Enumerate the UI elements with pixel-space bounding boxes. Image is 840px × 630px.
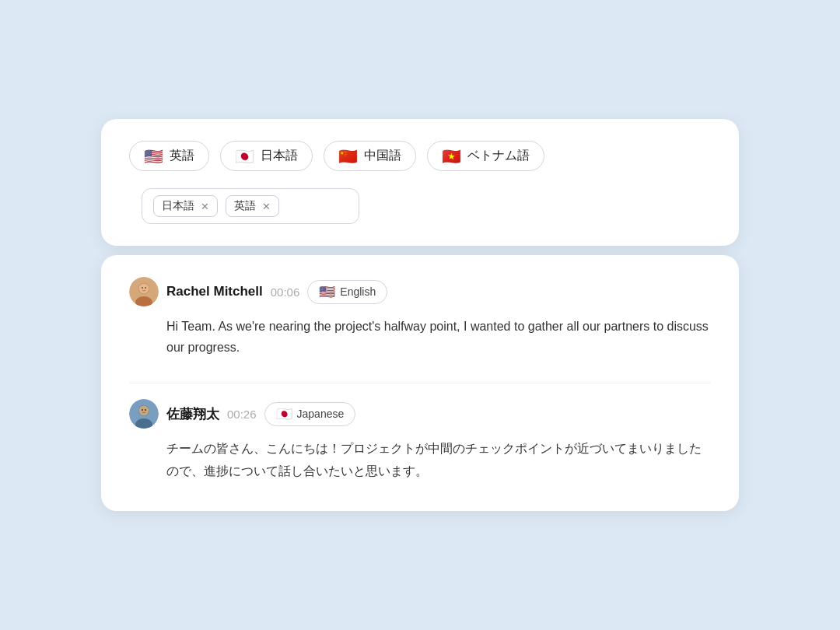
lang-btn-japanese[interactable]: 🇯🇵日本語 (220, 141, 313, 171)
avatar-msg-rachel (129, 277, 159, 306)
transcript-card: Rachel Mitchell 00:06 🇺🇸 English Hi Team… (101, 255, 739, 511)
svg-point-10 (142, 409, 143, 411)
language-selector-row: 日本語✕英語✕ (129, 188, 711, 224)
language-buttons-row: 🇺🇸英語🇯🇵日本語🇨🇳中国語🇻🇳ベトナム語 (129, 141, 711, 171)
lang-badge-msg-rachel: 🇺🇸 English (307, 280, 387, 304)
main-container: 🇺🇸英語🇯🇵日本語🇨🇳中国語🇻🇳ベトナム語 日本語✕英語✕ Rachel Mit… (101, 119, 739, 511)
language-selector-card: 🇺🇸英語🇯🇵日本語🇨🇳中国語🇻🇳ベトナム語 日本語✕英語✕ (101, 119, 739, 246)
lang-btn-label-chinese: 中国語 (364, 148, 401, 164)
avatar-msg-sato (129, 399, 159, 429)
message-block-msg-rachel: Rachel Mitchell 00:06 🇺🇸 English Hi Team… (129, 277, 711, 358)
lang-btn-label-japanese: 日本語 (261, 148, 298, 164)
svg-point-4 (142, 287, 143, 289)
lang-tag-english-tag: 英語✕ (226, 195, 279, 217)
lang-btn-vietnamese[interactable]: 🇻🇳ベトナム語 (427, 141, 544, 171)
message-divider (129, 383, 711, 383)
lang-tag-close-english-tag[interactable]: ✕ (262, 201, 271, 212)
svg-point-3 (139, 284, 149, 294)
flag-badge-msg-sato: 🇯🇵 (276, 406, 292, 422)
lang-badge-label-msg-rachel: English (340, 285, 376, 298)
lang-tag-label-english-tag: 英語 (234, 199, 256, 213)
message-header-msg-sato: 佐藤翔太 00:26 🇯🇵 Japanese (129, 399, 711, 429)
svg-point-11 (145, 409, 146, 411)
flag-icon-japanese: 🇯🇵 (235, 149, 254, 164)
speaker-name-msg-sato: 佐藤翔太 (166, 405, 219, 423)
svg-point-9 (139, 406, 149, 416)
language-selector-input[interactable]: 日本語✕英語✕ (142, 188, 359, 224)
timestamp-msg-rachel: 00:06 (271, 285, 300, 299)
svg-point-5 (145, 287, 146, 289)
lang-btn-label-english: 英語 (170, 148, 194, 164)
lang-btn-label-vietnamese: ベトナム語 (467, 148, 530, 164)
speaker-name-msg-rachel: Rachel Mitchell (166, 284, 263, 299)
message-text-msg-sato: チームの皆さん、こんにちは！プロジェクトが中間のチェックポイントが近づいてまいり… (129, 438, 711, 483)
timestamp-msg-sato: 00:26 (227, 408, 257, 421)
lang-badge-msg-sato: 🇯🇵 Japanese (264, 402, 356, 426)
flag-badge-msg-rachel: 🇺🇸 (319, 284, 335, 300)
message-block-msg-sato: 佐藤翔太 00:26 🇯🇵 Japanese チームの皆さん、こんにちは！プロジ… (129, 399, 711, 483)
flag-icon-chinese: 🇨🇳 (338, 149, 358, 164)
lang-badge-label-msg-sato: Japanese (297, 408, 345, 420)
lang-tag-japanese-tag: 日本語✕ (153, 195, 218, 217)
message-header-msg-rachel: Rachel Mitchell 00:06 🇺🇸 English (129, 277, 711, 306)
flag-icon-english: 🇺🇸 (144, 149, 163, 164)
lang-tag-label-japanese-tag: 日本語 (162, 199, 194, 213)
lang-btn-english[interactable]: 🇺🇸英語 (129, 141, 209, 171)
lang-btn-chinese[interactable]: 🇨🇳中国語 (324, 141, 416, 171)
flag-icon-vietnamese: 🇻🇳 (442, 149, 461, 164)
lang-tag-close-japanese-tag[interactable]: ✕ (201, 201, 209, 212)
message-text-msg-rachel: Hi Team. As we're nearing the project's … (129, 316, 711, 358)
